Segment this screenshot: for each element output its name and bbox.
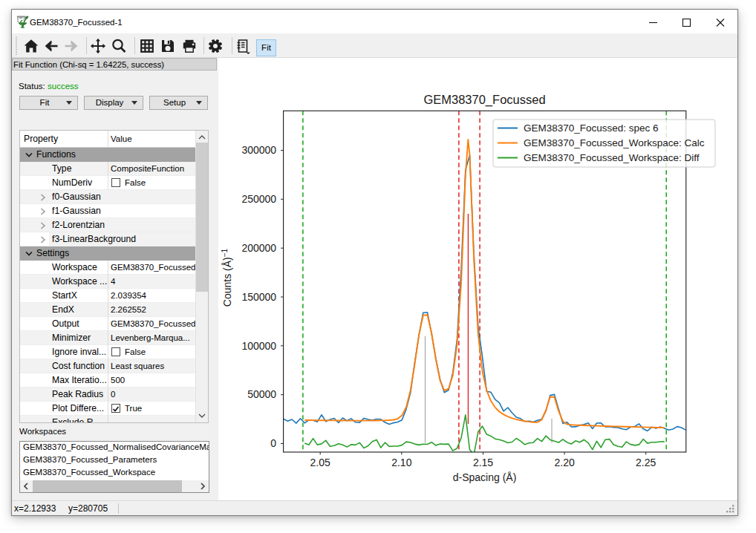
svg-text:2.25: 2.25 [636, 457, 656, 468]
svg-text:150000: 150000 [241, 291, 276, 303]
svg-text:250000: 250000 [241, 193, 276, 205]
svg-text:100000: 100000 [241, 340, 276, 352]
svg-text:2.15: 2.15 [473, 457, 493, 468]
svg-text:200000: 200000 [241, 242, 276, 254]
svg-text:50000: 50000 [247, 388, 276, 400]
svg-text:0: 0 [270, 437, 276, 449]
svg-text:GEM38370_Focussed: spec 6: GEM38370_Focussed: spec 6 [524, 122, 659, 134]
svg-text:GEM38370_Focussed_Workspace: C: GEM38370_Focussed_Workspace: Calc [524, 137, 705, 148]
svg-text:d-Spacing (Å): d-Spacing (Å) [453, 471, 517, 483]
svg-text:2.05: 2.05 [310, 457, 330, 468]
svg-text:300000: 300000 [241, 144, 276, 156]
svg-text:GEM38370_Focussed_Workspace: D: GEM38370_Focussed_Workspace: Diff [524, 152, 700, 163]
svg-text:GEM38370_Focussed: GEM38370_Focussed [423, 93, 545, 107]
svg-text:Counts (Å)−1: Counts (Å)−1 [221, 248, 233, 307]
svg-text:2.10: 2.10 [391, 457, 411, 468]
svg-text:2.20: 2.20 [554, 457, 574, 468]
